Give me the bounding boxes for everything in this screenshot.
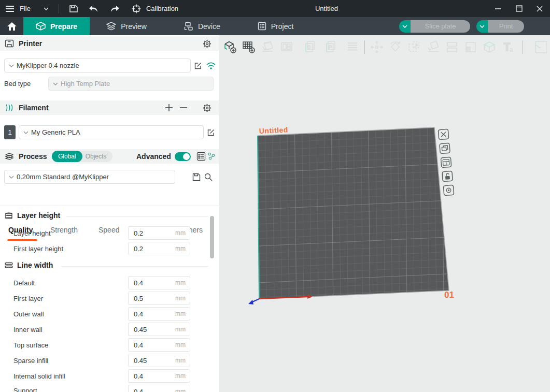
search-parameter-icon[interactable] xyxy=(204,172,213,182)
advanced-toggle-knob xyxy=(183,153,190,160)
parameter-list-icon[interactable] xyxy=(196,152,206,161)
param-input-inner-wall[interactable]: 0.45mm xyxy=(128,323,190,336)
save-preset-icon[interactable] xyxy=(192,172,201,182)
tab-preview[interactable]: Preview xyxy=(94,17,159,35)
advanced-toggle[interactable] xyxy=(175,152,191,161)
param-value[interactable]: 0.45 xyxy=(129,326,175,333)
param-input-outer-wall[interactable]: 0.4mm xyxy=(128,307,190,321)
param-value[interactable]: 0.4 xyxy=(129,341,175,349)
param-input-default[interactable]: 0.4mm xyxy=(128,276,190,289)
param-value[interactable]: 0.4 xyxy=(129,310,175,318)
param-value[interactable]: 0.4 xyxy=(129,388,175,392)
hamburger-menu-icon[interactable] xyxy=(5,5,15,12)
param-input-support[interactable]: 0.4mm xyxy=(128,385,190,392)
compare-presets-icon[interactable] xyxy=(207,152,216,161)
edit-filament-icon[interactable] xyxy=(206,128,216,137)
bed-type-select[interactable]: High Temp Plate xyxy=(48,77,214,91)
plate-settings-button[interactable] xyxy=(443,185,454,195)
process-preset-select[interactable]: 0.20mm Standard @MyKlipper xyxy=(4,170,175,184)
filament-settings-gear-icon[interactable] xyxy=(203,104,211,112)
printer-settings-gear-icon[interactable] xyxy=(203,39,211,48)
print-button[interactable]: Print xyxy=(476,20,524,33)
file-menu[interactable]: File xyxy=(20,5,31,12)
slice-plate-label[interactable]: Slice plate xyxy=(411,20,470,33)
filament-slot-badge[interactable]: 1 xyxy=(4,125,16,139)
param-label: Default xyxy=(13,279,35,287)
param-unit: mm xyxy=(175,279,190,286)
param-unit: mm xyxy=(175,388,190,392)
printer-preset-select[interactable]: MyKlipper 0.4 nozzle xyxy=(4,59,191,72)
calibration-icon[interactable] xyxy=(132,4,141,13)
lock-plate-button[interactable] xyxy=(442,171,453,181)
param-label: First layer height xyxy=(13,245,63,253)
undo-icon[interactable] xyxy=(88,5,100,13)
param-label: First layer xyxy=(13,295,43,302)
param-value[interactable]: 0.5 xyxy=(129,295,175,302)
device-icon xyxy=(184,22,193,31)
param-label: Layer height xyxy=(13,229,51,237)
param-unit: mm xyxy=(175,229,190,237)
edit-printer-icon[interactable] xyxy=(193,61,203,70)
slice-options-chevron-icon[interactable] xyxy=(399,20,411,33)
file-menu-chevron-icon[interactable] xyxy=(43,7,49,11)
tab-device[interactable]: Device xyxy=(172,17,233,35)
layer-height-section-title: Layer height xyxy=(4,211,60,220)
plate-layout-button[interactable] xyxy=(441,157,451,167)
layer-height-title-text: Layer height xyxy=(17,211,60,220)
tab-device-label: Device xyxy=(198,22,220,31)
printer-icon xyxy=(5,39,14,48)
build-plate-scene[interactable]: Untitled 01 xyxy=(219,35,550,392)
section-rule xyxy=(66,216,208,217)
param-value[interactable]: 0.2 xyxy=(129,245,175,253)
save-icon[interactable] xyxy=(68,4,79,13)
maximize-button[interactable] xyxy=(509,0,529,17)
param-value[interactable]: 0.4 xyxy=(129,372,175,380)
window-title: Untitled xyxy=(315,0,338,17)
remove-filament-icon[interactable] xyxy=(180,104,187,111)
tab-prepare[interactable]: Prepare xyxy=(23,17,90,35)
minimize-button[interactable] xyxy=(488,0,509,17)
add-filament-icon[interactable] xyxy=(165,104,173,111)
tabs-divider xyxy=(0,206,219,206)
sidebar-scrollbar[interactable] xyxy=(210,216,214,258)
delete-plate-button[interactable] xyxy=(438,129,448,139)
redo-icon[interactable] xyxy=(109,5,120,13)
scope-global-button[interactable]: Global xyxy=(52,151,82,162)
tab-project[interactable]: Project xyxy=(245,17,306,35)
param-input-internal-solid-infill[interactable]: 0.4mm xyxy=(128,369,190,383)
param-input-first-layer-height[interactable]: 0.2 mm xyxy=(128,242,190,255)
param-input-top-surface[interactable]: 0.4mm xyxy=(128,338,190,352)
tab-speed[interactable]: Speed xyxy=(98,226,119,234)
filament-preset-chevron-icon xyxy=(23,131,29,134)
param-value[interactable]: 0.45 xyxy=(129,357,175,365)
param-value[interactable]: 0.2 xyxy=(129,229,175,237)
arrange-plate-button[interactable] xyxy=(440,143,450,153)
param-label: Support xyxy=(13,387,37,392)
main-nav-bar: Prepare Preview Device Project Slice pla… xyxy=(0,17,550,35)
param-value[interactable]: 0.4 xyxy=(129,279,175,287)
print-label[interactable]: Print xyxy=(488,20,524,33)
print-options-chevron-icon[interactable] xyxy=(476,20,488,33)
viewport-3d[interactable]: AUTO 0 P xyxy=(219,35,550,392)
bed-type-label: Bed type xyxy=(4,80,31,88)
param-unit: mm xyxy=(175,372,190,380)
calibration-label[interactable]: Calibration xyxy=(146,5,178,12)
tab-strength[interactable]: Strength xyxy=(50,226,78,234)
wifi-icon[interactable] xyxy=(206,62,216,70)
param-input-layer-height[interactable]: 0.2 mm xyxy=(128,226,190,240)
preview-icon xyxy=(106,22,116,31)
scope-objects-button[interactable]: Objects xyxy=(82,151,113,162)
param-unit: mm xyxy=(175,357,190,364)
param-input-first-layer[interactable]: 0.5mm xyxy=(128,292,190,305)
close-button[interactable] xyxy=(529,0,550,17)
titlebar-divider xyxy=(59,4,59,13)
filament-section-title: Filament xyxy=(19,104,49,112)
filament-preset-select[interactable]: My Generic PLA xyxy=(19,125,204,139)
process-preset-value: 0.20mm Standard @MyKlipper xyxy=(17,173,109,181)
param-input-sparse-infill[interactable]: 0.45mm xyxy=(128,354,190,367)
home-button[interactable] xyxy=(0,17,23,35)
slice-plate-button[interactable]: Slice plate xyxy=(399,20,470,33)
plate-name-label[interactable]: Untitled xyxy=(259,125,288,135)
title-bar: File Calibration Untitled xyxy=(0,0,550,17)
line-width-section-title: Line width xyxy=(4,261,53,269)
